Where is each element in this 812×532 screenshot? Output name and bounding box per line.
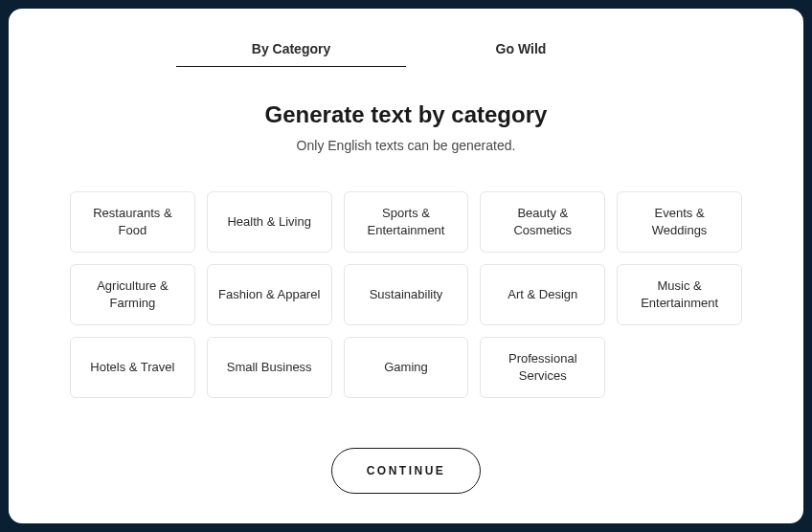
- category-chip[interactable]: Sustainability: [344, 264, 469, 325]
- tabs: By Category Go Wild: [35, 32, 777, 67]
- category-chip[interactable]: Events & Weddings: [617, 191, 742, 253]
- category-chip[interactable]: Sports & Entertainment: [344, 191, 469, 253]
- category-chip[interactable]: Art & Design: [480, 264, 605, 325]
- category-chip[interactable]: Fashion & Apparel: [207, 264, 332, 325]
- tab-by-category[interactable]: By Category: [176, 32, 406, 67]
- card: By Category Go Wild Generate text by cat…: [9, 9, 803, 523]
- continue-button[interactable]: CONTINUE: [331, 448, 482, 494]
- category-chip[interactable]: Agriculture & Farming: [70, 264, 195, 325]
- category-grid: Restaurants & Food Health & Living Sport…: [35, 191, 777, 398]
- category-chip[interactable]: Health & Living: [207, 191, 332, 253]
- tab-go-wild[interactable]: Go Wild: [406, 32, 636, 67]
- category-chip[interactable]: Beauty & Cosmetics: [480, 191, 605, 253]
- header: Generate text by category Only English t…: [35, 101, 777, 153]
- page-title: Generate text by category: [35, 101, 777, 128]
- category-chip[interactable]: Music & Entertainment: [617, 264, 742, 325]
- page-subtitle: Only English texts can be generated.: [35, 138, 777, 153]
- footer: CONTINUE: [35, 448, 777, 494]
- category-chip[interactable]: Hotels & Travel: [70, 337, 195, 398]
- category-chip[interactable]: Gaming: [344, 337, 469, 398]
- category-chip[interactable]: Professional Services: [480, 337, 605, 398]
- category-chip[interactable]: Small Business: [207, 337, 332, 398]
- category-chip[interactable]: Restaurants & Food: [70, 191, 195, 253]
